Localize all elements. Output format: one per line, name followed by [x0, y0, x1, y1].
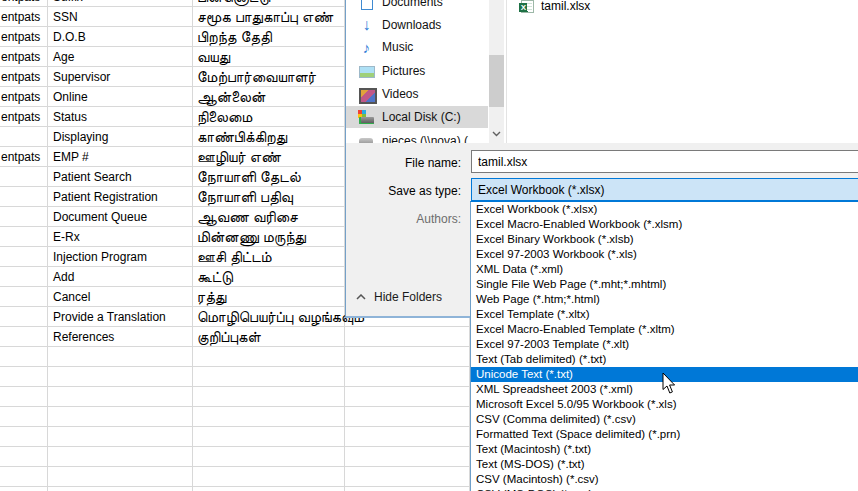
cell-english-term[interactable]: E-Rx [48, 227, 193, 246]
cell-english-term[interactable]: Patient Search [48, 167, 193, 186]
cell-entpats[interactable] [0, 167, 48, 186]
cell-tamil-translation[interactable]: மேற்பார்வையாளர் [193, 67, 345, 86]
cell-tamil-translation[interactable]: பிறந்த தேதி [193, 27, 345, 46]
cell-tamil-translation[interactable] [193, 367, 345, 386]
cell-empty[interactable] [345, 387, 470, 406]
cell-english-term[interactable]: Add [48, 267, 193, 286]
file-type-option[interactable]: Excel Template (*.xltx) [471, 307, 858, 322]
save-as-type-combobox[interactable]: Excel Workbook (*.xlsx) [471, 178, 858, 201]
cell-english-term[interactable]: Provide a Translation [48, 307, 193, 326]
cell-english-term[interactable]: SSN [48, 7, 193, 26]
scroll-down-icon[interactable] [489, 125, 504, 143]
cell-entpats[interactable] [0, 187, 48, 206]
cell-tamil-translation[interactable]: பின்னொட்டு [193, 0, 345, 6]
cell-entpats[interactable]: entpats [0, 87, 48, 106]
file-type-option[interactable]: Single File Web Page (*.mht;*.mhtml) [471, 277, 858, 292]
cell-entpats[interactable] [0, 307, 48, 326]
cell-tamil-translation[interactable]: கூட்டு [193, 267, 345, 286]
cell-empty[interactable] [345, 467, 470, 486]
cell-english-term[interactable]: References [48, 327, 193, 346]
cell-entpats[interactable] [0, 447, 48, 466]
cell-tamil-translation[interactable]: நோயாளி தேடல் [193, 167, 345, 186]
cell-tamil-translation[interactable] [193, 347, 345, 366]
cell-entpats[interactable] [0, 427, 48, 446]
cell-tamil-translation[interactable]: ஆவண வரிசை [193, 207, 345, 226]
hide-folders-button[interactable]: Hide Folders [356, 286, 442, 308]
cell-entpats[interactable] [0, 287, 48, 306]
file-type-option[interactable]: Excel Macro-Enabled Template (*.xltm) [471, 322, 858, 337]
cell-english-term[interactable] [48, 367, 193, 386]
cell-english-term[interactable]: Document Queue [48, 207, 193, 226]
cell-entpats[interactable]: entpats [0, 147, 48, 166]
cell-english-term[interactable]: Status [48, 107, 193, 126]
file-list-item[interactable]: tamil.xlsx [521, 0, 858, 14]
cell-empty[interactable] [345, 447, 470, 466]
cell-entpats[interactable]: entpats [0, 67, 48, 86]
cell-english-term[interactable] [48, 347, 193, 366]
cell-english-term[interactable]: Suffix [48, 0, 193, 6]
cell-english-term[interactable]: Injection Program [48, 247, 193, 266]
cell-tamil-translation[interactable]: நிலைமை [193, 107, 345, 126]
cell-entpats[interactable] [0, 207, 48, 226]
cell-entpats[interactable] [0, 487, 48, 491]
file-type-option[interactable]: Excel Binary Workbook (*.xlsb) [471, 232, 858, 247]
file-type-option[interactable]: Excel 97-2003 Template (*.xlt) [471, 337, 858, 352]
cell-english-term[interactable] [48, 407, 193, 426]
cell-tamil-translation[interactable] [193, 407, 345, 426]
cell-entpats[interactable]: entpats [0, 27, 48, 46]
cell-english-term[interactable] [48, 447, 193, 466]
cell-entpats[interactable] [0, 227, 48, 246]
cell-empty[interactable] [345, 427, 470, 446]
file-type-option[interactable]: Formatted Text (Space delimited) (*.prn) [471, 427, 858, 442]
file-type-option[interactable]: CSV (Macintosh) (*.csv) [471, 472, 858, 487]
file-type-option[interactable]: Text (MS-DOS) (*.txt) [471, 457, 858, 472]
file-type-option[interactable]: XML Data (*.xml) [471, 262, 858, 277]
cell-entpats[interactable]: entpats [0, 7, 48, 26]
cell-english-term[interactable]: EMP # [48, 147, 193, 166]
cell-entpats[interactable] [0, 387, 48, 406]
file-type-option[interactable]: Excel 97-2003 Workbook (*.xls) [471, 247, 858, 262]
cell-tamil-translation[interactable] [193, 427, 345, 446]
cell-tamil-translation[interactable]: ஊழியர் எண் [193, 147, 345, 166]
cell-tamil-translation[interactable] [193, 387, 345, 406]
cell-tamil-translation[interactable]: மொழிபெயர்ப்பு வழங்கவும் [193, 307, 345, 326]
cell-empty[interactable] [345, 367, 470, 386]
file-type-option[interactable]: Microsoft Excel 5.0/95 Workbook (*.xls) [471, 397, 858, 412]
sidebar-item-downloads[interactable]: Downloads [346, 14, 488, 36]
cell-empty[interactable] [345, 327, 470, 346]
cell-tamil-translation[interactable]: குறிப்புகள் [193, 327, 345, 346]
cell-english-term[interactable]: Age [48, 47, 193, 66]
cell-tamil-translation[interactable]: ஆன்லைன் [193, 87, 345, 106]
cell-entpats[interactable] [0, 367, 48, 386]
sidebar-item-pictures[interactable]: Pictures [346, 60, 488, 82]
cell-tamil-translation[interactable] [193, 487, 345, 491]
cell-entpats[interactable]: entpats [0, 47, 48, 66]
file-type-option[interactable]: Web Page (*.htm;*.html) [471, 292, 858, 307]
cell-english-term[interactable] [48, 387, 193, 406]
file-type-option[interactable]: CSV (MS-DOS) (*.csv) [471, 487, 858, 491]
cell-english-term[interactable]: Patient Registration [48, 187, 193, 206]
cell-tamil-translation[interactable]: வயது [193, 47, 345, 66]
sidebar-item-documents[interactable]: Documents [346, 0, 488, 13]
cell-entpats[interactable] [0, 347, 48, 366]
cell-english-term[interactable] [48, 467, 193, 486]
cell-empty[interactable] [345, 407, 470, 426]
file-type-option[interactable]: CSV (Comma delimited) (*.csv) [471, 412, 858, 427]
scrollbar-thumb[interactable] [489, 55, 504, 107]
cell-tamil-translation[interactable]: சமூக பாதுகாப்பு எண் [193, 7, 345, 26]
file-name-input[interactable] [471, 150, 858, 173]
file-type-option[interactable]: Excel Workbook (*.xlsx) [471, 202, 858, 217]
sidebar-scrollbar[interactable] [489, 0, 504, 143]
sidebar-item-local-disk[interactable]: Local Disk (C:) [346, 106, 488, 128]
cell-tamil-translation[interactable] [193, 467, 345, 486]
cell-entpats[interactable] [0, 327, 48, 346]
cell-english-term[interactable] [48, 427, 193, 446]
cell-english-term[interactable]: Displaying [48, 127, 193, 146]
cell-entpats[interactable] [0, 127, 48, 146]
cell-entpats[interactable]: entpats [0, 0, 48, 6]
file-type-option[interactable]: Text (Macintosh) (*.txt) [471, 442, 858, 457]
cell-english-term[interactable]: Cancel [48, 287, 193, 306]
cell-tamil-translation[interactable]: மின்னணு மருந்து [193, 227, 345, 246]
cell-tamil-translation[interactable]: ஊசி திட்டம் [193, 247, 345, 266]
sidebar-item-music[interactable]: Music [346, 36, 488, 58]
